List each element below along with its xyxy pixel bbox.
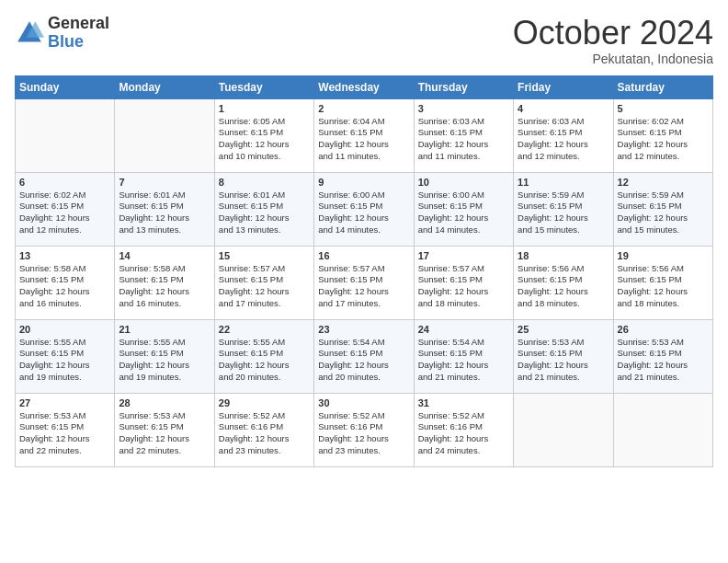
day-number: 18 bbox=[518, 250, 609, 261]
calendar-cell: 15Sunrise: 5:57 AM Sunset: 6:15 PM Dayli… bbox=[214, 246, 313, 319]
calendar-cell: 16Sunrise: 5:57 AM Sunset: 6:15 PM Dayli… bbox=[314, 246, 414, 319]
day-number: 1 bbox=[219, 103, 310, 114]
day-info: Sunrise: 5:53 AM Sunset: 6:15 PM Dayligh… bbox=[618, 337, 709, 384]
day-info: Sunrise: 6:05 AM Sunset: 6:15 PM Dayligh… bbox=[219, 116, 310, 163]
calendar-cell: 4Sunrise: 6:03 AM Sunset: 6:15 PM Daylig… bbox=[514, 98, 613, 172]
calendar-cell bbox=[16, 98, 115, 172]
day-number: 31 bbox=[418, 397, 509, 408]
day-number: 25 bbox=[518, 324, 609, 335]
calendar-cell: 27Sunrise: 5:53 AM Sunset: 6:15 PM Dayli… bbox=[16, 393, 115, 466]
day-info: Sunrise: 5:58 AM Sunset: 6:15 PM Dayligh… bbox=[19, 263, 110, 310]
calendar-cell: 23Sunrise: 5:54 AM Sunset: 6:15 PM Dayli… bbox=[314, 319, 414, 393]
month-title: October 2024 bbox=[513, 15, 713, 52]
calendar-cell: 17Sunrise: 5:57 AM Sunset: 6:15 PM Dayli… bbox=[414, 246, 513, 319]
calendar-cell: 3Sunrise: 6:03 AM Sunset: 6:15 PM Daylig… bbox=[414, 98, 513, 172]
calendar-cell: 18Sunrise: 5:56 AM Sunset: 6:15 PM Dayli… bbox=[514, 246, 613, 319]
day-info: Sunrise: 6:00 AM Sunset: 6:15 PM Dayligh… bbox=[418, 190, 509, 236]
calendar-cell: 7Sunrise: 6:01 AM Sunset: 6:15 PM Daylig… bbox=[115, 172, 214, 246]
day-number: 28 bbox=[119, 397, 210, 408]
day-number: 9 bbox=[318, 177, 409, 188]
day-number: 20 bbox=[19, 324, 110, 335]
calendar-table: SundayMondayTuesdayWednesdayThursdayFrid… bbox=[15, 75, 713, 467]
day-number: 27 bbox=[19, 397, 110, 408]
day-info: Sunrise: 5:55 AM Sunset: 6:15 PM Dayligh… bbox=[119, 337, 210, 384]
day-number: 22 bbox=[219, 324, 310, 335]
calendar-cell: 12Sunrise: 5:59 AM Sunset: 6:15 PM Dayli… bbox=[613, 172, 712, 246]
day-info: Sunrise: 5:53 AM Sunset: 6:15 PM Dayligh… bbox=[119, 410, 210, 457]
day-number: 16 bbox=[318, 250, 409, 261]
location-subtitle: Pekutatan, Indonesia bbox=[513, 52, 713, 66]
calendar-cell: 13Sunrise: 5:58 AM Sunset: 6:15 PM Dayli… bbox=[16, 246, 115, 319]
week-row-4: 27Sunrise: 5:53 AM Sunset: 6:15 PM Dayli… bbox=[16, 393, 713, 466]
header-friday: Friday bbox=[514, 75, 613, 98]
day-number: 17 bbox=[418, 250, 509, 261]
day-number: 5 bbox=[618, 103, 709, 114]
calendar-cell: 11Sunrise: 5:59 AM Sunset: 6:15 PM Dayli… bbox=[514, 172, 613, 246]
calendar-cell: 10Sunrise: 6:00 AM Sunset: 6:15 PM Dayli… bbox=[414, 172, 513, 246]
day-info: Sunrise: 5:54 AM Sunset: 6:15 PM Dayligh… bbox=[318, 337, 409, 384]
day-info: Sunrise: 5:57 AM Sunset: 6:15 PM Dayligh… bbox=[318, 263, 409, 310]
day-info: Sunrise: 6:02 AM Sunset: 6:15 PM Dayligh… bbox=[618, 116, 709, 163]
week-row-3: 20Sunrise: 5:55 AM Sunset: 6:15 PM Dayli… bbox=[16, 319, 713, 393]
day-number: 2 bbox=[318, 103, 409, 114]
week-row-0: 1Sunrise: 6:05 AM Sunset: 6:15 PM Daylig… bbox=[16, 98, 713, 172]
day-info: Sunrise: 5:52 AM Sunset: 6:16 PM Dayligh… bbox=[219, 410, 310, 457]
day-info: Sunrise: 5:56 AM Sunset: 6:15 PM Dayligh… bbox=[518, 263, 609, 310]
day-number: 23 bbox=[318, 324, 409, 335]
day-number: 6 bbox=[19, 177, 110, 188]
calendar-cell bbox=[514, 393, 613, 466]
day-number: 30 bbox=[318, 397, 409, 408]
day-info: Sunrise: 5:56 AM Sunset: 6:15 PM Dayligh… bbox=[618, 263, 709, 310]
header-thursday: Thursday bbox=[414, 75, 513, 98]
day-info: Sunrise: 5:52 AM Sunset: 6:16 PM Dayligh… bbox=[318, 410, 409, 457]
calendar-cell: 25Sunrise: 5:53 AM Sunset: 6:15 PM Dayli… bbox=[514, 319, 613, 393]
day-info: Sunrise: 6:03 AM Sunset: 6:15 PM Dayligh… bbox=[518, 116, 609, 163]
day-info: Sunrise: 5:58 AM Sunset: 6:15 PM Dayligh… bbox=[119, 263, 210, 310]
calendar-header-row: SundayMondayTuesdayWednesdayThursdayFrid… bbox=[16, 75, 713, 98]
day-number: 7 bbox=[119, 177, 210, 188]
day-number: 14 bbox=[119, 250, 210, 261]
day-info: Sunrise: 5:59 AM Sunset: 6:15 PM Dayligh… bbox=[518, 190, 609, 236]
day-number: 15 bbox=[219, 250, 310, 261]
day-info: Sunrise: 6:01 AM Sunset: 6:15 PM Dayligh… bbox=[119, 190, 210, 236]
day-number: 10 bbox=[418, 177, 509, 188]
calendar-cell: 9Sunrise: 6:00 AM Sunset: 6:15 PM Daylig… bbox=[314, 172, 414, 246]
calendar-cell: 8Sunrise: 6:01 AM Sunset: 6:15 PM Daylig… bbox=[214, 172, 313, 246]
day-info: Sunrise: 5:54 AM Sunset: 6:15 PM Dayligh… bbox=[418, 337, 509, 384]
calendar-cell: 31Sunrise: 5:52 AM Sunset: 6:16 PM Dayli… bbox=[414, 393, 513, 466]
day-number: 12 bbox=[618, 177, 709, 188]
calendar-cell bbox=[613, 393, 712, 466]
title-block: October 2024 Pekutatan, Indonesia bbox=[513, 15, 713, 66]
day-info: Sunrise: 6:03 AM Sunset: 6:15 PM Dayligh… bbox=[418, 116, 509, 163]
calendar-cell: 22Sunrise: 5:55 AM Sunset: 6:15 PM Dayli… bbox=[214, 319, 313, 393]
day-number: 21 bbox=[119, 324, 210, 335]
day-number: 8 bbox=[219, 177, 310, 188]
calendar-cell: 29Sunrise: 5:52 AM Sunset: 6:16 PM Dayli… bbox=[214, 393, 313, 466]
day-number: 4 bbox=[518, 103, 609, 114]
day-info: Sunrise: 6:02 AM Sunset: 6:15 PM Dayligh… bbox=[19, 190, 110, 236]
day-number: 26 bbox=[618, 324, 709, 335]
calendar-cell: 19Sunrise: 5:56 AM Sunset: 6:15 PM Dayli… bbox=[613, 246, 712, 319]
calendar-cell: 2Sunrise: 6:04 AM Sunset: 6:15 PM Daylig… bbox=[314, 98, 414, 172]
calendar-cell: 21Sunrise: 5:55 AM Sunset: 6:15 PM Dayli… bbox=[115, 319, 214, 393]
week-row-2: 13Sunrise: 5:58 AM Sunset: 6:15 PM Dayli… bbox=[16, 246, 713, 319]
day-info: Sunrise: 5:57 AM Sunset: 6:15 PM Dayligh… bbox=[219, 263, 310, 310]
day-info: Sunrise: 5:53 AM Sunset: 6:15 PM Dayligh… bbox=[518, 337, 609, 384]
header-wednesday: Wednesday bbox=[314, 75, 414, 98]
calendar-cell: 6Sunrise: 6:02 AM Sunset: 6:15 PM Daylig… bbox=[16, 172, 115, 246]
page-header: General Blue October 2024 Pekutatan, Ind… bbox=[15, 15, 713, 66]
day-info: Sunrise: 6:04 AM Sunset: 6:15 PM Dayligh… bbox=[318, 116, 409, 163]
week-row-1: 6Sunrise: 6:02 AM Sunset: 6:15 PM Daylig… bbox=[16, 172, 713, 246]
header-tuesday: Tuesday bbox=[214, 75, 313, 98]
header-monday: Monday bbox=[115, 75, 214, 98]
day-info: Sunrise: 5:53 AM Sunset: 6:15 PM Dayligh… bbox=[19, 410, 110, 457]
day-number: 29 bbox=[219, 397, 310, 408]
day-number: 11 bbox=[518, 177, 609, 188]
calendar-cell: 24Sunrise: 5:54 AM Sunset: 6:15 PM Dayli… bbox=[414, 319, 513, 393]
day-info: Sunrise: 5:55 AM Sunset: 6:15 PM Dayligh… bbox=[219, 337, 310, 384]
calendar-cell: 30Sunrise: 5:52 AM Sunset: 6:16 PM Dayli… bbox=[314, 393, 414, 466]
header-sunday: Sunday bbox=[16, 75, 115, 98]
day-info: Sunrise: 5:55 AM Sunset: 6:15 PM Dayligh… bbox=[19, 337, 110, 384]
day-number: 24 bbox=[418, 324, 509, 335]
calendar-cell: 28Sunrise: 5:53 AM Sunset: 6:15 PM Dayli… bbox=[115, 393, 214, 466]
